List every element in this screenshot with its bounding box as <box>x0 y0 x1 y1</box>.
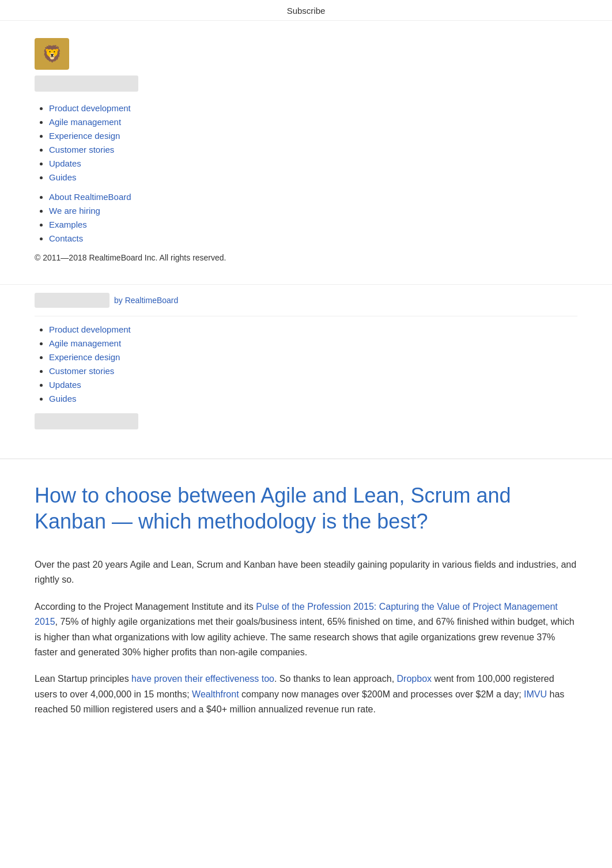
article-paragraph-3: Lean Startup principles have proven thei… <box>35 671 577 717</box>
copyright-text: © 2011—2018 RealtimeBoard Inc. All right… <box>35 253 577 262</box>
blog-nav-item-customer-stories[interactable]: Customer stories <box>49 366 577 376</box>
article-title: How to choose between Agile and Lean, Sc… <box>35 482 577 534</box>
article-body: Over the past 20 years Agile and Lean, S… <box>35 557 577 718</box>
blog-nav-item-updates[interactable]: Updates <box>49 380 577 390</box>
logo-bar-placeholder <box>35 76 138 92</box>
site-logo[interactable] <box>35 38 69 70</box>
blog-nav: Product development Agile management Exp… <box>35 324 577 404</box>
nav-item-contacts[interactable]: Contacts <box>49 233 577 244</box>
article-p3-link-effectiveness[interactable]: have proven their effectiveness too <box>131 674 274 684</box>
blog-nav-link-updates[interactable]: Updates <box>49 380 81 390</box>
blog-nav-item-experience-design[interactable]: Experience design <box>49 352 577 363</box>
nav-item-product-development[interactable]: Product development <box>49 103 577 114</box>
top-section: Product development Agile management Exp… <box>0 21 612 284</box>
nav-item-agile-management[interactable]: Agile management <box>49 117 577 127</box>
article-p2-text-1: According to the Project Management Inst… <box>35 602 256 612</box>
blog-logo-placeholder <box>35 293 109 308</box>
nav-link-hiring[interactable]: We are hiring <box>49 206 100 216</box>
logo-area <box>35 38 577 92</box>
nav-item-customer-stories[interactable]: Customer stories <box>49 145 577 155</box>
search-bar-placeholder <box>35 413 138 429</box>
nav-link-guides[interactable]: Guides <box>49 172 77 182</box>
nav-item-examples[interactable]: Examples <box>49 220 577 230</box>
nav-item-updates[interactable]: Updates <box>49 158 577 169</box>
blog-brand-link[interactable]: by RealtimeBoard <box>114 296 178 305</box>
secondary-nav: About RealtimeBoard We are hiring Exampl… <box>35 192 577 244</box>
article-p3-text-2: . So thanks to lean approach, <box>274 674 397 684</box>
blog-nav-link-agile-management[interactable]: Agile management <box>49 338 121 348</box>
nav-item-about[interactable]: About RealtimeBoard <box>49 192 577 202</box>
blog-nav-link-experience-design[interactable]: Experience design <box>49 352 120 362</box>
blog-nav-link-guides[interactable]: Guides <box>49 394 77 403</box>
nav-link-agile-management[interactable]: Agile management <box>49 117 121 127</box>
article-paragraph-1: Over the past 20 years Agile and Lean, S… <box>35 557 577 588</box>
blog-nav-link-customer-stories[interactable]: Customer stories <box>49 366 114 376</box>
blog-nav-item-agile-management[interactable]: Agile management <box>49 338 577 349</box>
article-p3-link-imvu[interactable]: IMVU <box>524 689 547 699</box>
article-p3-text-4: company now manages over $200M and proce… <box>239 689 524 699</box>
site-header: Subscribe <box>0 0 612 21</box>
article-p2-text-2: , 75% of highly agile organizations met … <box>35 617 575 657</box>
article-section: How to choose between Agile and Lean, Sc… <box>0 458 612 752</box>
nav-link-experience-design[interactable]: Experience design <box>49 131 120 141</box>
article-p3-link-dropbox[interactable]: Dropbox <box>397 674 432 684</box>
nav-item-hiring[interactable]: We are hiring <box>49 206 577 216</box>
nav-link-examples[interactable]: Examples <box>49 220 87 229</box>
blog-nav-item-guides[interactable]: Guides <box>49 394 577 404</box>
nav-link-customer-stories[interactable]: Customer stories <box>49 145 114 154</box>
article-paragraph-2: According to the Project Management Inst… <box>35 599 577 661</box>
subscribe-label: Subscribe <box>287 6 326 16</box>
blog-nav-link-product-development[interactable]: Product development <box>49 324 131 334</box>
nav-item-experience-design[interactable]: Experience design <box>49 131 577 141</box>
blog-header-section: by RealtimeBoard Product development Agi… <box>0 284 612 458</box>
nav-link-about[interactable]: About RealtimeBoard <box>49 192 131 202</box>
article-p3-text-1: Lean Startup principles <box>35 674 131 684</box>
nav-item-guides[interactable]: Guides <box>49 172 577 183</box>
article-p3-link-wealthfront[interactable]: Wealthfront <box>192 689 239 699</box>
blog-nav-item-product-development[interactable]: Product development <box>49 324 577 335</box>
nav-link-product-development[interactable]: Product development <box>49 103 131 113</box>
nav-link-updates[interactable]: Updates <box>49 158 81 168</box>
nav-link-contacts[interactable]: Contacts <box>49 233 83 243</box>
blog-brand-bar: by RealtimeBoard <box>35 285 577 316</box>
primary-nav: Product development Agile management Exp… <box>35 103 577 183</box>
